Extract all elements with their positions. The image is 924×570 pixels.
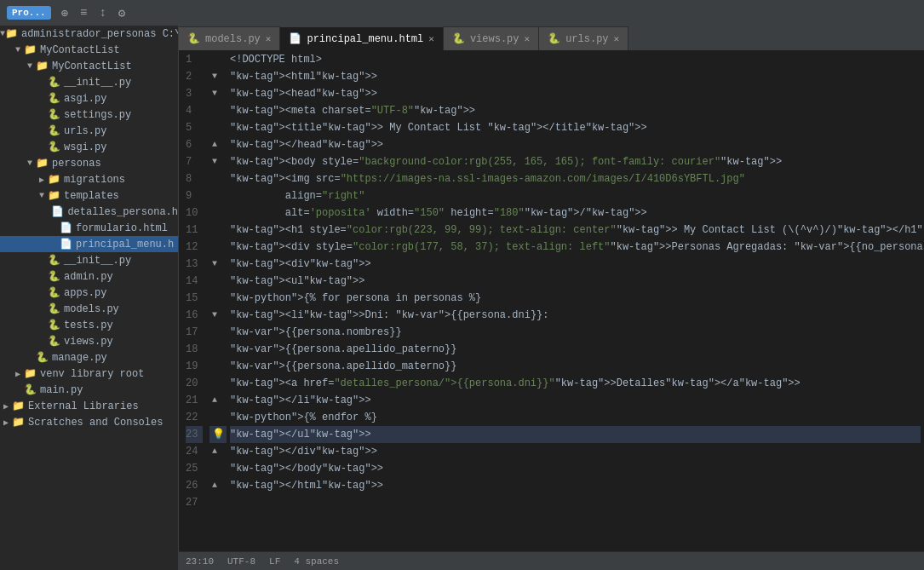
sidebar-item-asgi_py[interactable]: 🐍 asgi.py xyxy=(0,90,178,107)
tree-arrow[interactable]: ▶ xyxy=(36,175,48,185)
tab-views[interactable]: 🐍 views.py ✕ xyxy=(444,26,539,50)
tab-principal_menu[interactable]: 📄 principal_menu.html ✕ xyxy=(280,26,443,50)
line-number: 7 xyxy=(186,153,203,170)
tree-label: settings.py xyxy=(64,109,131,121)
fold-marker[interactable]: ▼ xyxy=(212,85,224,102)
sidebar-item-tests_py[interactable]: 🐍 tests.py xyxy=(0,317,178,333)
fold-marker[interactable]: ▼ xyxy=(212,68,224,85)
gutter-line: ▼ xyxy=(209,68,227,85)
sidebar-item-urls_py[interactable]: 🐍 urls.py xyxy=(0,123,178,139)
line-number: 19 xyxy=(186,358,203,375)
fold-marker[interactable]: ▼ xyxy=(212,153,224,170)
gutter-line xyxy=(209,273,227,290)
sidebar-item-admin_py[interactable]: 🐍 admin.py xyxy=(0,268,178,285)
tree-label: apps.py xyxy=(64,287,106,299)
sidebar-item-views_py[interactable]: 🐍 views.py xyxy=(0,333,178,349)
tree-icon-py: 🐍 xyxy=(24,383,37,396)
status-bar: 23:10 UTF-8 LF 4 spaces xyxy=(179,551,924,570)
tab-close[interactable]: ✕ xyxy=(266,33,272,44)
tree-label: main.py xyxy=(40,384,83,396)
tab-models[interactable]: 🐍 models.py ✕ xyxy=(179,26,280,50)
tree-arrow[interactable]: ▼ xyxy=(24,61,36,71)
fold-marker[interactable]: ▲ xyxy=(212,443,224,460)
line-number: 9 xyxy=(186,187,203,204)
tab-close[interactable]: ✕ xyxy=(614,33,620,44)
tree-label: admin.py xyxy=(64,271,113,283)
tree-arrow[interactable]: ▼ xyxy=(12,45,24,55)
sidebar-item-models_py[interactable]: 🐍 models.py xyxy=(0,301,178,317)
sidebar-item-settings_py[interactable]: 🐍 settings.py xyxy=(0,107,178,123)
code-line: "kw-tag"><li"kw-tag">>Dni: "kw-var">{{pe… xyxy=(230,307,921,324)
gutter-line xyxy=(209,170,227,187)
code-line: "kw-python">{% for persona in personas %… xyxy=(230,290,921,307)
gutter-line xyxy=(209,409,227,426)
tree-arrow[interactable]: ▼ xyxy=(24,158,36,168)
settings-icon[interactable]: ⚙ xyxy=(115,4,129,22)
tab-close[interactable]: ✕ xyxy=(525,33,531,44)
fold-marker[interactable]: ▲ xyxy=(212,477,224,494)
tree-label: urls.py xyxy=(64,125,106,137)
tabs-bar: 🐍 models.py ✕ 📄 principal_menu.html ✕ 🐍 … xyxy=(179,26,924,51)
sidebar-item-mycontactlist2[interactable]: ▼ 📁 MyContactList xyxy=(0,58,178,74)
status-line-sep: LF xyxy=(269,556,280,567)
sidebar-item-personas[interactable]: ▼ 📁 personas xyxy=(0,155,178,171)
sidebar-item-principal_menu_h[interactable]: 📄 principal_menu.h xyxy=(0,236,178,252)
tab-close[interactable]: ✕ xyxy=(428,33,434,44)
code-line: "kw-tag"><head"kw-tag">> xyxy=(230,85,921,102)
tree-label: administrador_personas C:\Cu xyxy=(21,28,179,40)
sidebar-item-formulario_html[interactable]: 📄 formulario.html xyxy=(0,220,178,236)
gutter-line xyxy=(209,222,227,239)
fold-marker[interactable]: ▼ xyxy=(212,256,224,273)
sidebar-item-main_py[interactable]: 🐍 main.py xyxy=(0,382,178,398)
tree-arrow[interactable]: ▶ xyxy=(12,369,24,379)
fold-marker[interactable]: ▲ xyxy=(212,136,224,153)
fold-marker[interactable]: ▲ xyxy=(212,392,224,409)
tree-arrow[interactable]: ▶ xyxy=(0,401,12,412)
editor-code[interactable]: <!DOCTYPE html>"kw-tag"><html"kw-tag">>"… xyxy=(227,51,924,551)
gutter-line xyxy=(209,119,227,136)
logo[interactable]: Pro... xyxy=(7,6,51,20)
tree-label: __init__.py xyxy=(64,77,131,89)
tree-icon-folder: 📁 xyxy=(36,60,49,72)
gutter-line xyxy=(209,239,227,256)
code-line: "kw-tag"></div"kw-tag">> xyxy=(230,443,921,460)
lightbulb-icon[interactable]: 💡 xyxy=(212,426,225,443)
sidebar-item-init_py2[interactable]: 🐍 __init__.py xyxy=(0,252,178,268)
sidebar-item-manage_py[interactable]: 🐍 manage.py xyxy=(0,349,178,366)
list-icon[interactable]: ≡ xyxy=(77,4,90,21)
editor: 1234567891011121314151617181920212223242… xyxy=(179,51,924,551)
sidebar-item-templates[interactable]: ▼ 📁 templates xyxy=(0,187,178,204)
add-icon[interactable]: ⊕ xyxy=(58,4,72,22)
sidebar-item-migrations[interactable]: ▶ 📁 migrations xyxy=(0,171,178,187)
line-numbers: 1234567891011121314151617181920212223242… xyxy=(179,51,209,551)
tree-label: Scratches and Consoles xyxy=(28,417,163,429)
sidebar-item-scratches[interactable]: ▶ 📁 Scratches and Consoles xyxy=(0,414,178,430)
sidebar-item-external_libs[interactable]: ▶ 📁 External Libraries xyxy=(0,398,178,414)
line-number: 5 xyxy=(186,119,203,136)
tree-icon-html: 📄 xyxy=(60,222,72,234)
sidebar-item-wsgi_py[interactable]: 🐍 wsgi.py xyxy=(0,139,178,155)
status-indent: 4 spaces xyxy=(294,556,339,567)
gutter-line: ▲ xyxy=(209,392,227,409)
code-line: "kw-tag"><div style="color:rgb(177, 58, … xyxy=(230,239,921,256)
tab-label: views.py xyxy=(470,33,519,45)
tree-icon-py: 🐍 xyxy=(48,108,60,121)
split-icon[interactable]: ↕ xyxy=(95,4,109,21)
code-line: <!DOCTYPE html> xyxy=(230,51,921,68)
tab-urls[interactable]: 🐍 urls.py ✕ xyxy=(539,26,628,50)
sidebar-item-venv[interactable]: ▶ 📁 venv library root xyxy=(0,366,178,382)
tree-arrow[interactable]: ▶ xyxy=(0,417,12,428)
top-bar-icons: ⊕ ≡ ↕ ⚙ xyxy=(58,4,129,22)
sidebar-item-detalles_persona[interactable]: 📄 detalles_persona.h xyxy=(0,204,178,220)
tree-icon-py: 🐍 xyxy=(48,286,60,299)
tree-label: templates xyxy=(64,190,119,202)
gutter-line xyxy=(209,375,227,392)
sidebar-item-administrador[interactable]: ▼ 📁 administrador_personas C:\Cu xyxy=(0,26,178,42)
sidebar-item-init_py1[interactable]: 🐍 __init__.py xyxy=(0,74,178,90)
code-line: "kw-tag"><meta charset="UTF-8""kw-tag">> xyxy=(230,102,921,119)
tree-arrow[interactable]: ▼ xyxy=(36,191,48,200)
tree-label: principal_menu.h xyxy=(76,239,174,250)
sidebar-item-mycontactlist1[interactable]: ▼ 📁 MyContactList xyxy=(0,42,178,58)
fold-marker[interactable]: ▼ xyxy=(212,307,224,324)
sidebar-item-apps_py[interactable]: 🐍 apps.py xyxy=(0,285,178,301)
